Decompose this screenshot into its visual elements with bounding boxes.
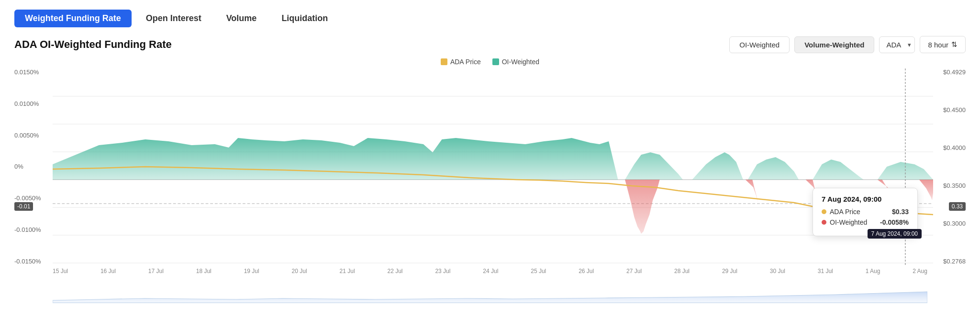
tooltip-dot-ada: [822, 209, 826, 214]
y-label-2: 0.0050%: [14, 132, 53, 139]
x-label-10: 25 Jul: [531, 268, 546, 274]
legend-oi-weighted: OI-Weighted: [492, 58, 539, 66]
legend-dot-oi-weighted: [492, 58, 499, 65]
oi-weighted-btn[interactable]: OI-Weighted: [729, 36, 790, 53]
asset-select[interactable]: ADA: [879, 36, 915, 53]
chart-area: 0.0150% 0.0100% 0.0050% 0% -0.0050% -0.0…: [14, 69, 966, 265]
chart-controls: OI-Weighted Volume-Weighted ADA 8 hour ⇅: [729, 36, 966, 53]
y-label-4: -0.0050%: [14, 194, 53, 202]
y-label-1: 0.0100%: [14, 100, 53, 107]
tab-volume[interactable]: Volume: [216, 10, 267, 27]
x-label-18: 2 Aug: [913, 268, 927, 274]
chart-header: ADA OI-Weighted Funding Rate OI-Weighted…: [14, 36, 966, 53]
mini-chart: [14, 276, 966, 305]
tab-liquidation[interactable]: Liquidation: [271, 10, 338, 27]
y-label-6: -0.0150%: [14, 258, 53, 265]
cursor-label-left: -0.01: [14, 202, 33, 211]
tab-open-interest[interactable]: Open Interest: [135, 10, 212, 27]
tab-bar: Weighted Funding Rate Open Interest Volu…: [14, 10, 966, 27]
main-chart-svg: [53, 69, 933, 265]
legend-ada-price: ADA Price: [441, 58, 481, 66]
x-label-13: 28 Jul: [674, 268, 690, 274]
x-label-14: 29 Jul: [722, 268, 737, 274]
tooltip-val-oi: -0.0058%: [880, 218, 909, 226]
chevron-up-down-icon: ⇅: [951, 40, 958, 49]
x-label-5: 20 Jul: [292, 268, 307, 274]
legend-dot-ada-price: [441, 58, 447, 65]
x-label-15: 30 Jul: [770, 268, 785, 274]
y-right-label-1: $0.4500: [933, 106, 966, 114]
asset-select-wrap[interactable]: ADA: [879, 36, 915, 53]
legend-label-ada-price: ADA Price: [450, 58, 481, 66]
y-label-5: -0.0100%: [14, 226, 53, 233]
tooltip-row-oi: OI-Weighted -0.0058%: [822, 218, 909, 226]
x-label-6: 21 Jul: [340, 268, 355, 274]
y-right-label-0: $0.4929: [933, 69, 966, 76]
y-label-0: 0.0150%: [14, 69, 53, 76]
y-right-label-2: $0.4000: [933, 144, 966, 151]
x-label-4: 19 Jul: [244, 268, 259, 274]
x-label-1: 16 Jul: [100, 268, 116, 274]
tooltip-val-ada: $0.33: [892, 208, 909, 216]
volume-weighted-btn[interactable]: Volume-Weighted: [794, 36, 874, 53]
tooltip-label-ada: ADA Price: [830, 208, 860, 216]
tooltip-row-ada: ADA Price $0.33: [822, 208, 909, 216]
tooltip-dot-oi: [822, 220, 826, 225]
x-label-3: 18 Jul: [196, 268, 212, 274]
x-axis: 15 Jul 16 Jul 17 Jul 18 Jul 19 Jul 20 Ju…: [14, 266, 966, 274]
y-right-label-3: $0.3500: [933, 182, 966, 189]
y-right-label-5: $0.2768: [933, 258, 966, 265]
x-label-16: 31 Jul: [818, 268, 833, 274]
mini-chart-svg: [53, 276, 927, 305]
legend-label-oi-weighted: OI-Weighted: [502, 58, 539, 66]
x-label-9: 24 Jul: [483, 268, 498, 274]
cursor-label-right: 0.33: [949, 202, 966, 211]
x-label-7: 22 Jul: [387, 268, 402, 274]
chart-legend: ADA Price OI-Weighted: [14, 58, 966, 66]
x-label-11: 26 Jul: [579, 268, 594, 274]
main-container: Weighted Funding Rate Open Interest Volu…: [0, 0, 980, 320]
timeframe-btn[interactable]: 8 hour ⇅: [920, 36, 966, 53]
y-label-3: 0%: [14, 163, 53, 170]
y-axis-right: $0.4929 $0.4500 $0.4000 $0.3500 $0.3000 …: [933, 69, 966, 265]
x-label-12: 27 Jul: [626, 268, 642, 274]
tab-weighted-funding-rate[interactable]: Weighted Funding Rate: [14, 10, 132, 27]
tooltip-title: 7 Aug 2024, 09:00: [822, 195, 909, 203]
tooltip-label-oi: OI-Weighted: [830, 218, 867, 226]
x-label-8: 23 Jul: [435, 268, 450, 274]
y-right-label-4: $0.3000: [933, 220, 966, 227]
x-label-0: 15 Jul: [53, 268, 68, 274]
x-label-17: 1 Aug: [866, 268, 880, 274]
chart-title: ADA OI-Weighted Funding Rate: [14, 38, 172, 51]
y-axis-left: 0.0150% 0.0100% 0.0050% 0% -0.0050% -0.0…: [14, 69, 53, 265]
x-label-2: 17 Jul: [148, 268, 164, 274]
tooltip-time-pin: 7 Aug 2024, 09:00: [868, 229, 922, 239]
